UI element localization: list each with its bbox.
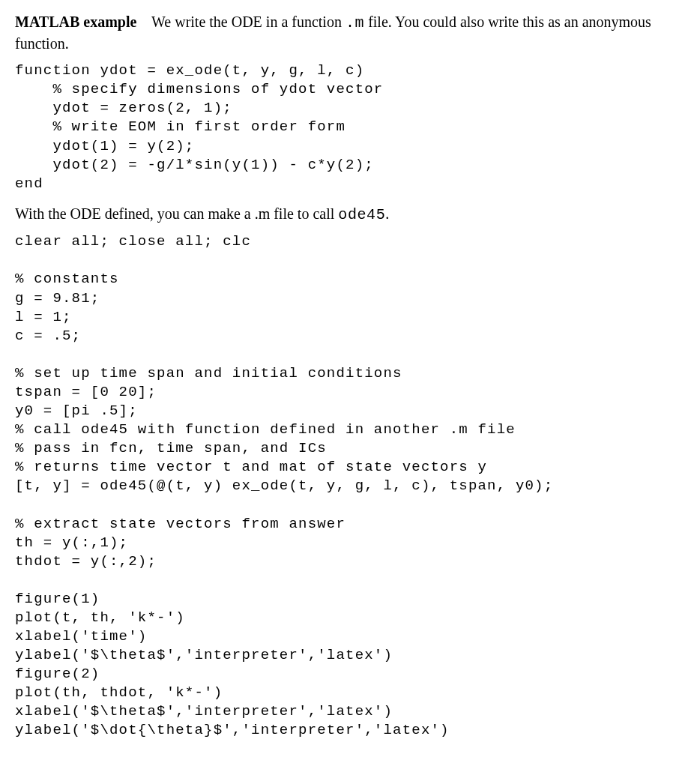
intro-text-before: We write the ODE in a function <box>151 13 346 30</box>
code-block-function: function ydot = ex_ode(t, y, g, l, c) % … <box>15 61 685 193</box>
mid-text-before: With the ODE defined, you can make a .m … <box>15 205 338 222</box>
mid-paragraph: With the ODE defined, you can make a .m … <box>15 204 685 226</box>
section-heading: MATLAB example <box>15 13 136 30</box>
inline-code-m-ext: .m <box>346 14 364 31</box>
mid-text-after: . <box>385 205 389 222</box>
intro-paragraph: MATLAB example We write the ODE in a fun… <box>15 12 685 54</box>
inline-code-ode45: ode45 <box>338 206 385 223</box>
code-block-script: clear all; close all; clc % constants g … <box>15 232 685 740</box>
